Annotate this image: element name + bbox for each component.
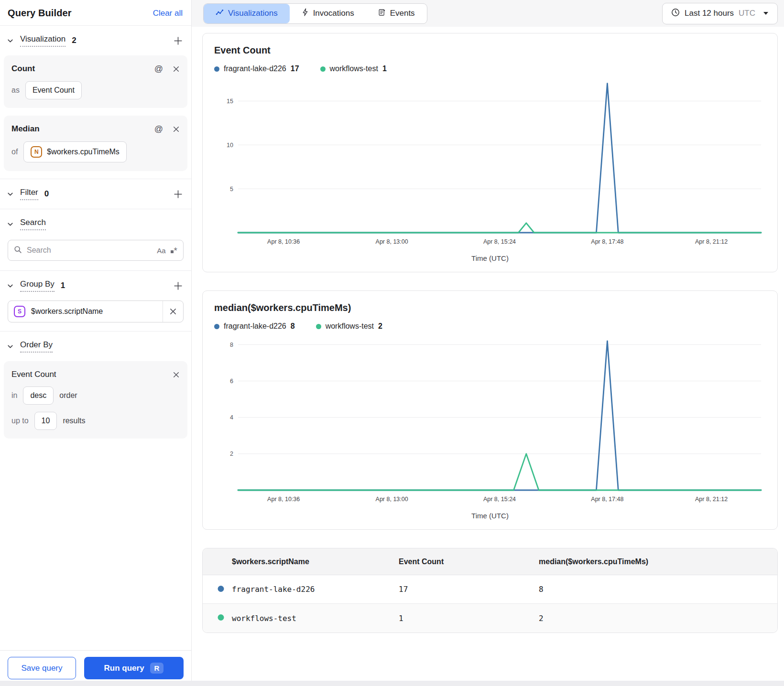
filter-section: Filter 0: [0, 179, 191, 209]
legend-series-name: workflows-test: [326, 322, 374, 331]
time-range-timezone: UTC: [739, 9, 755, 18]
group-by-field-row[interactable]: S $workers.scriptName: [8, 300, 184, 322]
search-box: Aa *: [8, 240, 184, 261]
run-query-button[interactable]: Run query R: [84, 657, 184, 679]
legend-item[interactable]: fragrant-lake-d226 17: [214, 64, 299, 73]
chevron-down-icon[interactable]: [6, 36, 15, 45]
string-type-icon: S: [14, 306, 25, 317]
legend-item[interactable]: fragrant-lake-d226 8: [214, 322, 295, 331]
time-range-selector[interactable]: Last 12 hours UTC: [662, 3, 778, 24]
legend-series-value: 17: [291, 64, 299, 73]
sort-direction-chip[interactable]: desc: [23, 386, 54, 405]
legend-item[interactable]: workflows-test 2: [316, 322, 382, 331]
svg-text:10: 10: [227, 142, 233, 149]
table-row[interactable]: workflows-test 1 2: [203, 604, 777, 632]
search-input[interactable]: [27, 246, 152, 255]
filter-count: 0: [44, 189, 49, 199]
visualization-section: Visualization 2 Count @ as Event Count: [0, 26, 191, 179]
x-axis-title: Time (UTC): [214, 510, 766, 525]
legend-series-name: fragrant-lake-d226: [224, 322, 286, 331]
cell-event-count: 1: [398, 614, 538, 623]
run-shortcut-badge: R: [150, 663, 164, 674]
chevron-down-icon[interactable]: [6, 281, 15, 290]
remove-median-icon[interactable]: [173, 126, 180, 133]
mention-icon[interactable]: @: [154, 64, 163, 73]
add-visualization-button[interactable]: [173, 35, 184, 46]
svg-text:Apr 8, 21:12: Apr 8, 21:12: [695, 238, 728, 245]
chart-title: Event Count: [214, 45, 766, 56]
tab-events-label: Events: [390, 9, 415, 18]
svg-text:8: 8: [230, 342, 233, 348]
add-group-by-button[interactable]: [173, 280, 184, 291]
order-by-field: Event Count: [11, 370, 56, 379]
cell-median: 8: [538, 585, 777, 594]
mention-icon[interactable]: @: [154, 125, 163, 133]
group-by-field-value: $workers.scriptName: [31, 307, 157, 316]
svg-text:Apr 8, 17:48: Apr 8, 17:48: [591, 496, 623, 503]
series-dot: [218, 585, 224, 594]
as-label: as: [11, 86, 20, 95]
save-query-button[interactable]: Save query: [8, 657, 76, 679]
caret-down-icon: [763, 11, 769, 15]
visualization-count: 2: [72, 36, 76, 45]
median-field-chip[interactable]: N $workers.cpuTimeMs: [23, 141, 126, 162]
remove-order-by-icon[interactable]: [173, 371, 180, 378]
chart-legend: fragrant-lake-d226 8 workflows-test 2: [214, 322, 766, 331]
svg-text:Apr 8, 13:00: Apr 8, 13:00: [376, 496, 408, 503]
chevron-down-icon[interactable]: [6, 220, 15, 229]
regex-icon[interactable]: *: [171, 246, 177, 255]
svg-text:6: 6: [230, 378, 233, 385]
lightning-icon: [302, 8, 309, 19]
event-count-line-chart: 51015Apr 8, 10:36Apr 8, 13:00Apr 8, 15:2…: [214, 76, 766, 250]
legend-series-name: fragrant-lake-d226: [224, 64, 286, 73]
order-by-card: Event Count in desc order up to 10 resul…: [4, 361, 187, 439]
svg-text:Apr 8, 15:24: Apr 8, 15:24: [483, 496, 516, 503]
line-chart-icon: [216, 9, 224, 18]
search-section-title: Search: [20, 218, 46, 230]
chart-title: median($workers.cpuTimeMs): [214, 302, 766, 313]
remove-group-by-icon[interactable]: [163, 301, 183, 322]
legend-series-value: 2: [378, 322, 382, 331]
column-header-event-count: Event Count: [398, 557, 538, 566]
limit-chip[interactable]: 10: [34, 412, 57, 430]
add-filter-button[interactable]: [173, 189, 184, 200]
event-count-chart-panel: Event Count fragrant-lake-d226 17 workfl…: [202, 33, 778, 272]
main-area: Visualizations Invocations Events Last 1…: [192, 0, 784, 686]
chevron-down-icon[interactable]: [6, 342, 15, 351]
series-dot: [320, 66, 326, 72]
tab-visualizations[interactable]: Visualizations: [204, 4, 290, 23]
svg-text:Apr 8, 17:48: Apr 8, 17:48: [591, 238, 623, 245]
median-cputime-line-chart: 2468Apr 8, 10:36Apr 8, 13:00Apr 8, 15:24…: [214, 333, 766, 508]
svg-text:Apr 8, 21:12: Apr 8, 21:12: [695, 496, 728, 503]
chevron-down-icon[interactable]: [6, 190, 15, 199]
visualization-section-title: Visualization: [20, 34, 65, 47]
x-axis-title: Time (UTC): [214, 252, 766, 267]
topbar: Visualizations Invocations Events Last 1…: [192, 0, 784, 27]
query-builder-sidebar: Query Builder Clear all Visualization 2 …: [0, 0, 192, 686]
of-label: of: [11, 148, 18, 156]
series-dot: [214, 66, 219, 72]
series-dot: [214, 324, 219, 329]
table-row[interactable]: fragrant-lake-d226 17 8: [203, 575, 777, 604]
tab-visualizations-label: Visualizations: [228, 9, 278, 18]
event-count-alias-chip[interactable]: Event Count: [25, 81, 82, 99]
clear-all-link[interactable]: Clear all: [153, 9, 183, 18]
tab-events[interactable]: Events: [366, 4, 427, 23]
match-case-icon[interactable]: Aa: [157, 247, 165, 255]
legend-item[interactable]: workflows-test 1: [320, 64, 387, 73]
group-by-section: Group By 1 S $workers.scriptName: [0, 271, 191, 331]
count-card-title: Count: [11, 64, 35, 74]
cell-script-name: workflows-test: [232, 614, 296, 623]
group-by-count: 1: [61, 281, 65, 290]
svg-text:4: 4: [230, 414, 233, 421]
tab-invocations[interactable]: Invocations: [290, 4, 366, 23]
remove-count-icon[interactable]: [173, 65, 180, 73]
table-header-row: $workers.scriptName Event Count median($…: [203, 548, 777, 575]
median-card-title: Median: [11, 124, 40, 134]
svg-text:5: 5: [230, 186, 233, 193]
events-log-icon: [378, 9, 386, 19]
column-header-script-name: $workers.scriptName: [203, 557, 398, 566]
number-type-icon: N: [31, 146, 42, 158]
search-icon: [14, 246, 22, 256]
series-dot: [316, 324, 321, 329]
